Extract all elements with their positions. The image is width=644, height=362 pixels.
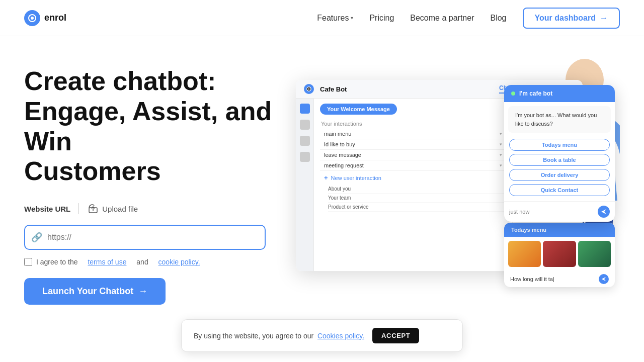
cookies-policy-link[interactable]: Cookies policy. [317,332,364,340]
menu-item-1[interactable]: Id like to buy ▾ [320,139,506,150]
launch-arrow-icon: → [138,286,147,297]
sidebar-icon-chat[interactable] [300,120,310,130]
chat-popup-header: I'm cafe bot [504,85,615,102]
nav-links: Features ▾ Pricing Become a partner Blog… [317,8,620,29]
cookie-text: By using the website, you agree to our C… [194,332,364,340]
menu-item-2[interactable]: leave message ▾ [320,150,506,160]
hero-right: Cafe Bot Chat Flow Design In... [296,80,620,291]
mockup-sidebar [296,99,314,271]
input-mode-row: Website URL Upload file [24,203,296,215]
menu-question: How long will it ta| [504,271,615,287]
nav-partner[interactable]: Become a partner [410,14,474,23]
about-item-0: About you [328,185,506,194]
send-button[interactable] [598,206,610,218]
add-interaction-button[interactable]: + New user interaction [320,171,506,185]
online-indicator [511,92,515,96]
url-input[interactable] [24,225,266,250]
mockup-logo [304,84,314,94]
option-order-delivery[interactable]: Order delivery [509,169,610,181]
menu-send-button[interactable] [599,274,609,284]
cookie-banner: By using the website, you agree to our C… [181,319,463,352]
url-input-wrap: 🔗 [24,225,296,250]
nav-features[interactable]: Features ▾ [317,14,353,23]
upload-file-button[interactable]: Upload file [87,203,138,215]
nav-pricing[interactable]: Pricing [369,14,394,23]
about-item-1: Your team [328,194,506,203]
mockup-bot-name: Cafe Bot [320,85,347,93]
welcome-message-pill: Your Welcome Message [320,104,397,115]
terms-link[interactable]: terms of use [88,258,126,266]
mockup-main-content: Your Welcome Message Your interactions m… [314,99,512,271]
agree-row: I agree to the terms of use and cookie p… [24,258,296,266]
food-image-1 [508,241,541,267]
food-image-3 [578,241,611,267]
food-images [504,237,615,271]
dashboard-button[interactable]: Your dashboard → [523,8,620,29]
food-image-2 [543,241,576,267]
menu-item-0[interactable]: main menu ▾ [320,129,506,139]
accept-cookies-button[interactable]: ACCEPT [372,328,419,343]
divider [78,203,79,214]
logo-icon [24,10,40,26]
svg-point-5 [308,88,310,90]
cookie-policy-link[interactable]: cookie policy. [158,258,200,266]
website-url-label: Website URL [24,205,70,213]
chat-popup: I'm cafe bot I'm your bot as... What wou… [504,85,615,222]
sidebar-icon-users[interactable] [300,152,310,162]
logo-text: enrol [44,13,66,23]
caret-icon: ▾ [500,131,502,136]
plus-icon: + [324,174,328,182]
hero-title: Create chatbot: Engage, Assist, and Win … [24,66,296,187]
interactions-label: Your interactions [320,120,506,129]
menu-item-3[interactable]: meeting request ▾ [320,160,506,171]
hero-section: Create chatbot: Engage, Assist, and Win … [0,36,644,325]
nav-blog[interactable]: Blog [490,14,506,23]
todays-menu-header: Todays menu [504,223,615,237]
caret-icon: ▾ [500,142,502,147]
svg-point-1 [31,17,34,20]
hero-left: Create chatbot: Engage, Assist, and Win … [24,66,296,305]
about-items: About you Your team Product or service [320,185,506,212]
chat-options: Todays menu Book a table Order delivery … [504,137,615,201]
launch-chatbot-button[interactable]: Launch Your Chatbot → [24,278,166,305]
chevron-down-icon: ▾ [351,15,353,21]
option-book-table[interactable]: Book a table [509,154,610,166]
navbar: enrol Features ▾ Pricing Become a partne… [0,0,644,36]
caret-icon: ▾ [500,152,502,157]
arrow-icon: → [600,14,608,23]
todays-menu-card: Todays menu How long will it ta| [504,223,615,287]
upload-icon [87,203,99,215]
link-icon: 🔗 [31,232,42,243]
bot-message: I'm your bot as... What would you like t… [508,106,611,133]
agree-checkbox[interactable] [24,258,32,266]
logo[interactable]: enrol [24,10,66,26]
option-todays-menu[interactable]: Todays menu [509,139,610,151]
about-item-2: Product or service [328,203,506,212]
caret-icon: ▾ [500,163,502,168]
sidebar-icon-home[interactable] [300,104,310,114]
chat-footer [504,201,615,222]
option-quick-contact[interactable]: Quick Contact [509,184,610,196]
chat-input[interactable] [509,209,598,215]
sidebar-icon-settings[interactable] [300,136,310,146]
